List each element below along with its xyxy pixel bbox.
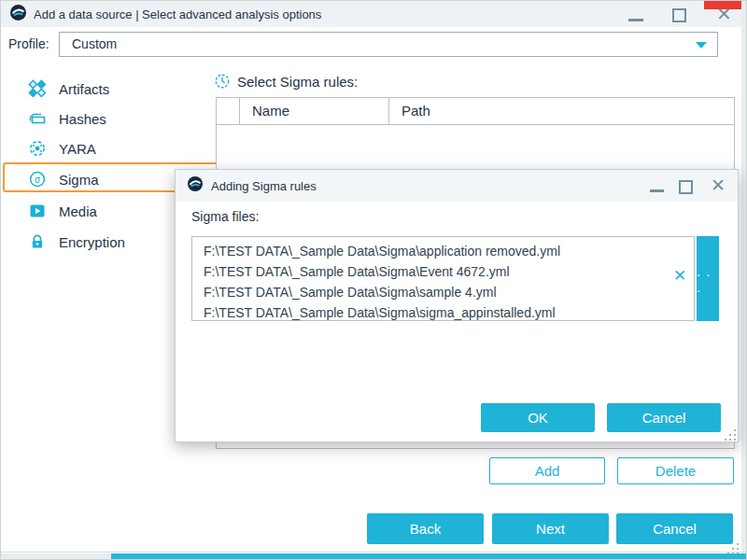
- name-column-header[interactable]: Name: [240, 98, 389, 124]
- back-button[interactable]: Back: [367, 513, 484, 544]
- checkbox-column-header[interactable]: [217, 98, 240, 124]
- lock-icon: [28, 232, 47, 251]
- background-window-close-sliver: [704, 1, 741, 9]
- sidebar-item-label: Media: [59, 203, 97, 219]
- file-path-item[interactable]: F:\TEST DATA\_Sample Data\Sigma\sample 4…: [204, 282, 694, 302]
- artifacts-grid-icon: [28, 79, 47, 98]
- file-path-item[interactable]: F:\TEST DATA\_Sample Data\Sigma\applicat…: [204, 241, 694, 261]
- sidebar-item-label: Hashes: [59, 111, 106, 127]
- sidebar-item-hashes[interactable]: Hashes: [1, 105, 175, 133]
- svg-text:σ: σ: [35, 175, 41, 185]
- app-logo-icon: [188, 176, 203, 195]
- sidebar-item-media[interactable]: Media: [1, 197, 175, 225]
- desktop-edge-strip: [1, 553, 111, 560]
- dialog-title-bar: Adding Sigma rules: [176, 170, 738, 202]
- content-header-label: Select Sigma rules:: [237, 74, 358, 90]
- adding-sigma-rules-dialog: Adding Sigma rules ✕ Sigma files: F:\TES…: [175, 169, 739, 442]
- clear-files-icon[interactable]: ✕: [673, 268, 686, 284]
- media-play-icon: [28, 202, 47, 220]
- app-logo-icon: [10, 5, 26, 24]
- sidebar-item-yara[interactable]: YARA: [1, 134, 175, 162]
- dialog-minimize-icon[interactable]: [650, 189, 664, 192]
- path-column-header[interactable]: Path: [389, 98, 734, 124]
- yara-icon: [28, 139, 47, 158]
- file-path-item[interactable]: F:\TEST DATA\_Sample Data\Sigma\sigma_ap…: [204, 302, 694, 321]
- cancel-button[interactable]: Cancel: [616, 513, 733, 544]
- sigma-icon: σ: [28, 170, 47, 189]
- profile-value: Custom: [72, 36, 117, 51]
- sidebar-item-label: Encryption: [59, 234, 125, 250]
- window-right-edge: [741, 1, 747, 553]
- dialog-maximize-icon[interactable]: [679, 180, 693, 194]
- window-bottom-edge: [1, 552, 747, 553]
- sidebar-item-artifacts[interactable]: Artifacts: [1, 75, 175, 103]
- file-path-item[interactable]: F:\TEST DATA\_Sample Data\Sigma\Event 46…: [204, 261, 694, 282]
- background-window-cyan-strip: [111, 553, 747, 560]
- sidebar-item-encryption[interactable]: Encryption: [1, 228, 175, 256]
- hashes-icon: [28, 109, 47, 128]
- next-button[interactable]: Next: [492, 513, 609, 544]
- wizard-window: Add a data source | Select advanced anal…: [0, 0, 747, 560]
- browse-button[interactable]: . . .: [697, 236, 719, 321]
- profile-label: Profile:: [8, 32, 49, 57]
- title-bar: Add a data source | Select advanced anal…: [1, 1, 741, 27]
- minimize-icon[interactable]: [628, 19, 643, 21]
- content-header: Select Sigma rules:: [214, 73, 358, 90]
- dialog-cancel-button[interactable]: Cancel: [607, 403, 721, 432]
- sidebar-item-label: Sigma: [59, 172, 99, 188]
- window-title: Add a data source | Select advanced anal…: [34, 7, 321, 21]
- table-header-row: Name Path: [217, 98, 734, 125]
- sigma-files-listbox[interactable]: F:\TEST DATA\_Sample Data\Sigma\applicat…: [191, 236, 695, 321]
- sidebar-item-label: Artifacts: [59, 81, 109, 97]
- sidebar-item-label: YARA: [59, 141, 96, 157]
- dialog-resize-grip[interactable]: [725, 430, 736, 441]
- delete-button[interactable]: Delete: [617, 457, 734, 484]
- dialog-close-icon[interactable]: ✕: [711, 175, 726, 196]
- chevron-down-icon[interactable]: [696, 42, 707, 49]
- maximize-icon[interactable]: [672, 8, 686, 22]
- ok-button[interactable]: OK: [481, 403, 595, 432]
- sigma-files-label: Sigma files:: [191, 209, 259, 224]
- add-button[interactable]: Add: [489, 457, 605, 484]
- clock-icon: [214, 73, 231, 90]
- profile-combobox[interactable]: Custom: [59, 32, 718, 57]
- sidebar-item-sigma[interactable]: σ Sigma: [1, 165, 175, 193]
- dialog-title: Adding Sigma rules: [211, 179, 317, 193]
